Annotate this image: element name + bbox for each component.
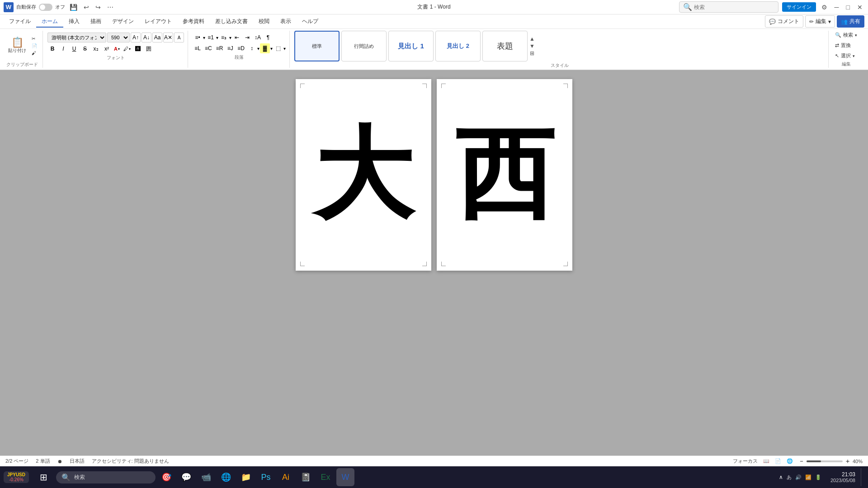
redo-button[interactable]: ↪: [94, 3, 103, 12]
font-name-select[interactable]: 游明朝 (本文のフォント): [47, 33, 106, 42]
paste-button[interactable]: 📋 貼り付け: [5, 36, 29, 56]
taskbar-app-illustrator[interactable]: Ai: [277, 468, 295, 486]
title-search-input[interactable]: [694, 4, 762, 10]
tray-ime-hiragana[interactable]: あ: [787, 474, 792, 481]
increase-font-button[interactable]: A↑: [131, 33, 141, 42]
taskbar-app-chrome[interactable]: 🌐: [217, 468, 235, 486]
tab-review[interactable]: 校閲: [253, 16, 275, 27]
share-button[interactable]: 👥 共有: [837, 15, 864, 28]
select-tool-button[interactable]: ↖ 選択 ▾: [833, 52, 859, 60]
focus-button[interactable]: フォーカス: [733, 458, 758, 465]
multilevel-dropdown[interactable]: ▾: [229, 35, 231, 40]
highlight-dropdown[interactable]: ▾: [129, 47, 131, 51]
multilevel-button[interactable]: ≡₃: [219, 33, 229, 42]
justify-button[interactable]: ≡J: [225, 43, 235, 53]
taskbar-app-cortana[interactable]: 🎯: [157, 468, 175, 486]
line-spacing-button[interactable]: ↕: [247, 43, 257, 53]
text-effects-button[interactable]: A: [174, 33, 184, 42]
search-tool-button[interactable]: 🔍 検索 ▾: [833, 31, 859, 39]
close-button[interactable]: ✕: [855, 3, 864, 12]
tab-file[interactable]: ファイル: [4, 16, 36, 27]
distributed-button[interactable]: ≡D: [236, 43, 246, 53]
shading-button[interactable]: ▓: [260, 43, 270, 53]
bullets-dropdown[interactable]: ▾: [203, 35, 205, 40]
font-size-select[interactable]: 590: [107, 33, 130, 42]
tab-mailings[interactable]: 差し込み文書: [210, 16, 253, 27]
style-heading1[interactable]: 見出し 1: [388, 31, 434, 61]
font-color-dropdown[interactable]: ▾: [118, 47, 120, 51]
minimize-button[interactable]: ─: [833, 3, 841, 12]
language[interactable]: 日本語: [70, 458, 85, 465]
borders-dropdown[interactable]: ▾: [283, 46, 286, 51]
cut-button[interactable]: ✂: [30, 35, 39, 42]
read-mode-icon[interactable]: 📖: [763, 458, 769, 464]
underline-button[interactable]: U: [69, 44, 79, 54]
increase-indent-button[interactable]: ⇥: [242, 33, 252, 42]
taskbar-app-explorer[interactable]: 📁: [237, 468, 255, 486]
sort-button[interactable]: ↕A: [253, 33, 263, 42]
page-1[interactable]: 大: [296, 79, 431, 271]
style-compact[interactable]: 行間詰め: [341, 31, 387, 61]
tab-design[interactable]: デザイン: [107, 16, 139, 27]
taskbar-app-excel[interactable]: Ex: [316, 468, 335, 486]
style-heading2[interactable]: 見出し 2: [435, 31, 481, 61]
tab-draw[interactable]: 描画: [85, 16, 107, 27]
zoom-out-button[interactable]: －: [798, 457, 805, 465]
tab-layout[interactable]: レイアウト: [139, 16, 177, 27]
tab-home[interactable]: ホーム: [36, 16, 63, 27]
taskbar-app-onenote[interactable]: 📓: [297, 468, 315, 486]
subscript-button[interactable]: x₂: [91, 44, 101, 54]
tray-network-icon[interactable]: 📶: [805, 474, 811, 480]
style-title[interactable]: 表題: [482, 31, 528, 61]
print-layout-icon[interactable]: 📄: [775, 458, 781, 464]
zoom-in-button[interactable]: ＋: [844, 457, 851, 465]
numbering-dropdown[interactable]: ▾: [216, 35, 218, 40]
tab-help[interactable]: ヘルプ: [297, 16, 324, 27]
numbering-button[interactable]: ≡1: [206, 33, 216, 42]
bullets-button[interactable]: ≡•: [193, 33, 203, 42]
clear-format-button[interactable]: A✕: [163, 33, 173, 42]
tab-insert[interactable]: 挿入: [63, 16, 85, 27]
replace-tool-button[interactable]: ⇄ 置換: [833, 41, 859, 50]
styles-scroll-down[interactable]: ▼: [529, 43, 535, 49]
save-button[interactable]: 💾: [68, 3, 79, 12]
taskbar-search[interactable]: 🔍 検索: [56, 471, 156, 483]
tab-references[interactable]: 参考資料: [177, 16, 210, 27]
settings-icon[interactable]: ⚙: [820, 3, 829, 12]
show-marks-button[interactable]: ¶: [263, 33, 273, 42]
taskbar-app-chat[interactable]: 💬: [177, 468, 195, 486]
font-color-button[interactable]: A ▾: [113, 44, 121, 54]
styles-scroll-up[interactable]: ▲: [529, 36, 535, 42]
customize-button[interactable]: ⋯: [105, 3, 115, 12]
style-standard[interactable]: 標準: [294, 31, 340, 61]
stock-widget[interactable]: JPYUSD -0.26%: [4, 471, 29, 483]
taskbar-app-video[interactable]: 📹: [197, 468, 215, 486]
copy-button[interactable]: 📄: [30, 42, 39, 49]
maximize-button[interactable]: □: [844, 3, 852, 12]
web-layout-icon[interactable]: 🌐: [787, 458, 793, 464]
styles-expand[interactable]: ⊞: [529, 50, 535, 56]
strikethrough-button[interactable]: S: [80, 44, 90, 54]
page-2[interactable]: 西: [437, 79, 572, 271]
borders-button[interactable]: ⬚: [273, 43, 283, 53]
zoom-level[interactable]: 40%: [853, 459, 863, 464]
start-button[interactable]: ⊞: [33, 466, 54, 488]
undo-button[interactable]: ↩: [82, 3, 91, 12]
accessibility[interactable]: アクセシビリティ: 問題ありません: [92, 458, 169, 465]
align-left-button[interactable]: ≡L: [193, 43, 203, 53]
format-painter-button[interactable]: 🖌: [30, 50, 39, 56]
decrease-indent-button[interactable]: ⇤: [232, 33, 242, 42]
tray-volume-icon[interactable]: 🔊: [795, 474, 802, 480]
tab-view[interactable]: 表示: [275, 16, 297, 27]
zoom-slider[interactable]: [807, 460, 843, 462]
align-right-button[interactable]: ≡R: [214, 43, 225, 53]
taskbar-app-word[interactable]: W: [336, 468, 354, 486]
bold-button[interactable]: B: [47, 44, 57, 54]
show-desktop-button[interactable]: [861, 468, 864, 486]
title-search-box[interactable]: 🔍: [679, 1, 778, 13]
char-border-button[interactable]: 囲: [144, 44, 154, 54]
autosave-toggle[interactable]: [39, 4, 52, 11]
datetime[interactable]: 21:03 2023/05/08: [827, 470, 859, 484]
edit-button[interactable]: ✏ 編集 ▾: [805, 15, 835, 28]
change-case-button[interactable]: Aa: [152, 33, 162, 42]
